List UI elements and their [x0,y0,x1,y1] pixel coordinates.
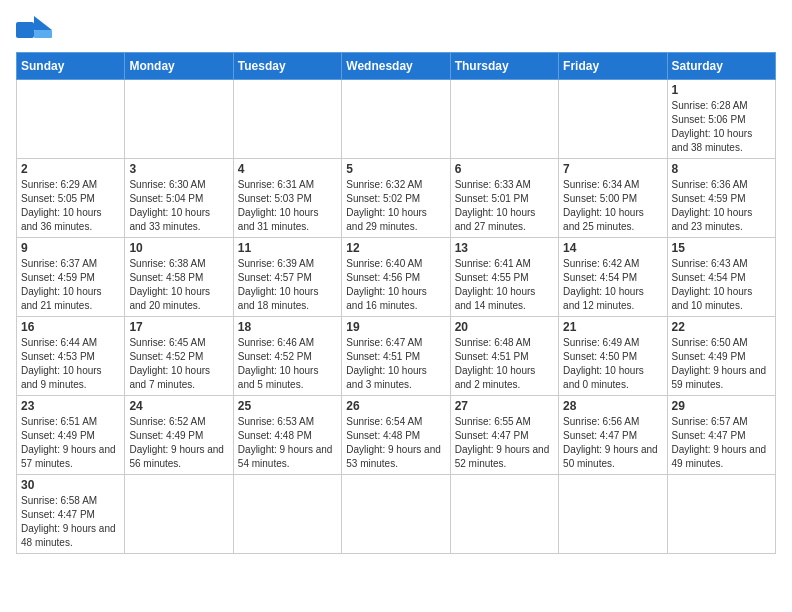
day-info: Sunrise: 6:52 AM Sunset: 4:49 PM Dayligh… [129,415,228,471]
column-header-wednesday: Wednesday [342,53,450,80]
calendar-cell: 6Sunrise: 6:33 AM Sunset: 5:01 PM Daylig… [450,159,558,238]
calendar-cell: 16Sunrise: 6:44 AM Sunset: 4:53 PM Dayli… [17,317,125,396]
calendar-cell: 24Sunrise: 6:52 AM Sunset: 4:49 PM Dayli… [125,396,233,475]
day-info: Sunrise: 6:30 AM Sunset: 5:04 PM Dayligh… [129,178,228,234]
day-info: Sunrise: 6:42 AM Sunset: 4:54 PM Dayligh… [563,257,662,313]
column-header-saturday: Saturday [667,53,775,80]
column-header-tuesday: Tuesday [233,53,341,80]
calendar-cell [450,475,558,554]
day-info: Sunrise: 6:54 AM Sunset: 4:48 PM Dayligh… [346,415,445,471]
page-header [16,16,776,44]
calendar-cell: 13Sunrise: 6:41 AM Sunset: 4:55 PM Dayli… [450,238,558,317]
calendar-cell: 1Sunrise: 6:28 AM Sunset: 5:06 PM Daylig… [667,80,775,159]
day-number: 9 [21,241,120,255]
calendar-cell: 2Sunrise: 6:29 AM Sunset: 5:05 PM Daylig… [17,159,125,238]
calendar-cell [233,475,341,554]
calendar-cell: 11Sunrise: 6:39 AM Sunset: 4:57 PM Dayli… [233,238,341,317]
day-info: Sunrise: 6:34 AM Sunset: 5:00 PM Dayligh… [563,178,662,234]
day-info: Sunrise: 6:37 AM Sunset: 4:59 PM Dayligh… [21,257,120,313]
day-number: 13 [455,241,554,255]
day-number: 23 [21,399,120,413]
day-info: Sunrise: 6:45 AM Sunset: 4:52 PM Dayligh… [129,336,228,392]
calendar-week-row: 23Sunrise: 6:51 AM Sunset: 4:49 PM Dayli… [17,396,776,475]
calendar-cell [342,80,450,159]
day-info: Sunrise: 6:29 AM Sunset: 5:05 PM Dayligh… [21,178,120,234]
day-info: Sunrise: 6:48 AM Sunset: 4:51 PM Dayligh… [455,336,554,392]
calendar-cell: 25Sunrise: 6:53 AM Sunset: 4:48 PM Dayli… [233,396,341,475]
calendar-cell: 20Sunrise: 6:48 AM Sunset: 4:51 PM Dayli… [450,317,558,396]
calendar-cell: 14Sunrise: 6:42 AM Sunset: 4:54 PM Dayli… [559,238,667,317]
day-number: 20 [455,320,554,334]
calendar-cell: 27Sunrise: 6:55 AM Sunset: 4:47 PM Dayli… [450,396,558,475]
day-number: 10 [129,241,228,255]
calendar-cell [342,475,450,554]
day-info: Sunrise: 6:57 AM Sunset: 4:47 PM Dayligh… [672,415,771,471]
day-info: Sunrise: 6:44 AM Sunset: 4:53 PM Dayligh… [21,336,120,392]
day-info: Sunrise: 6:47 AM Sunset: 4:51 PM Dayligh… [346,336,445,392]
day-number: 24 [129,399,228,413]
day-info: Sunrise: 6:41 AM Sunset: 4:55 PM Dayligh… [455,257,554,313]
calendar-week-row: 2Sunrise: 6:29 AM Sunset: 5:05 PM Daylig… [17,159,776,238]
day-info: Sunrise: 6:43 AM Sunset: 4:54 PM Dayligh… [672,257,771,313]
day-info: Sunrise: 6:58 AM Sunset: 4:47 PM Dayligh… [21,494,120,550]
day-number: 5 [346,162,445,176]
day-number: 17 [129,320,228,334]
day-number: 7 [563,162,662,176]
day-number: 4 [238,162,337,176]
day-number: 28 [563,399,662,413]
day-info: Sunrise: 6:51 AM Sunset: 4:49 PM Dayligh… [21,415,120,471]
day-info: Sunrise: 6:32 AM Sunset: 5:02 PM Dayligh… [346,178,445,234]
day-number: 15 [672,241,771,255]
svg-rect-0 [16,22,34,38]
day-number: 18 [238,320,337,334]
calendar-cell [125,80,233,159]
day-number: 12 [346,241,445,255]
calendar-cell: 18Sunrise: 6:46 AM Sunset: 4:52 PM Dayli… [233,317,341,396]
calendar-cell: 23Sunrise: 6:51 AM Sunset: 4:49 PM Dayli… [17,396,125,475]
calendar-cell [450,80,558,159]
calendar-header-row: SundayMondayTuesdayWednesdayThursdayFrid… [17,53,776,80]
day-info: Sunrise: 6:36 AM Sunset: 4:59 PM Dayligh… [672,178,771,234]
svg-rect-2 [34,30,52,38]
calendar-cell: 29Sunrise: 6:57 AM Sunset: 4:47 PM Dayli… [667,396,775,475]
day-number: 6 [455,162,554,176]
day-number: 11 [238,241,337,255]
column-header-sunday: Sunday [17,53,125,80]
logo-icon [16,16,52,44]
day-number: 14 [563,241,662,255]
calendar-cell: 28Sunrise: 6:56 AM Sunset: 4:47 PM Dayli… [559,396,667,475]
svg-marker-1 [34,16,52,30]
day-number: 26 [346,399,445,413]
day-info: Sunrise: 6:33 AM Sunset: 5:01 PM Dayligh… [455,178,554,234]
day-info: Sunrise: 6:46 AM Sunset: 4:52 PM Dayligh… [238,336,337,392]
calendar-cell: 15Sunrise: 6:43 AM Sunset: 4:54 PM Dayli… [667,238,775,317]
calendar-week-row: 30Sunrise: 6:58 AM Sunset: 4:47 PM Dayli… [17,475,776,554]
day-number: 19 [346,320,445,334]
calendar-cell: 4Sunrise: 6:31 AM Sunset: 5:03 PM Daylig… [233,159,341,238]
day-info: Sunrise: 6:39 AM Sunset: 4:57 PM Dayligh… [238,257,337,313]
day-info: Sunrise: 6:50 AM Sunset: 4:49 PM Dayligh… [672,336,771,392]
calendar-cell: 30Sunrise: 6:58 AM Sunset: 4:47 PM Dayli… [17,475,125,554]
calendar-cell: 19Sunrise: 6:47 AM Sunset: 4:51 PM Dayli… [342,317,450,396]
day-info: Sunrise: 6:38 AM Sunset: 4:58 PM Dayligh… [129,257,228,313]
day-number: 16 [21,320,120,334]
day-number: 30 [21,478,120,492]
day-info: Sunrise: 6:31 AM Sunset: 5:03 PM Dayligh… [238,178,337,234]
day-number: 29 [672,399,771,413]
calendar-cell: 8Sunrise: 6:36 AM Sunset: 4:59 PM Daylig… [667,159,775,238]
calendar-cell: 22Sunrise: 6:50 AM Sunset: 4:49 PM Dayli… [667,317,775,396]
calendar-cell [233,80,341,159]
day-info: Sunrise: 6:49 AM Sunset: 4:50 PM Dayligh… [563,336,662,392]
day-number: 22 [672,320,771,334]
calendar-cell: 9Sunrise: 6:37 AM Sunset: 4:59 PM Daylig… [17,238,125,317]
day-number: 2 [21,162,120,176]
day-number: 1 [672,83,771,97]
day-number: 25 [238,399,337,413]
calendar-cell [559,475,667,554]
calendar-table: SundayMondayTuesdayWednesdayThursdayFrid… [16,52,776,554]
calendar-cell: 12Sunrise: 6:40 AM Sunset: 4:56 PM Dayli… [342,238,450,317]
calendar-week-row: 9Sunrise: 6:37 AM Sunset: 4:59 PM Daylig… [17,238,776,317]
logo [16,16,56,44]
calendar-cell [559,80,667,159]
calendar-cell: 21Sunrise: 6:49 AM Sunset: 4:50 PM Dayli… [559,317,667,396]
